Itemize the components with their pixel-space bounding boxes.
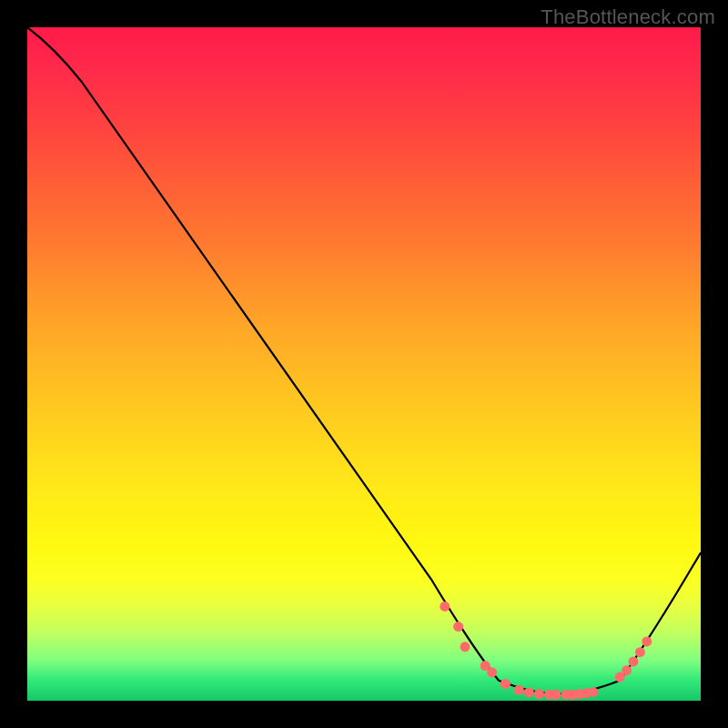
watermark-text: TheBottleneck.com — [541, 5, 715, 29]
chart-markers — [440, 602, 652, 700]
chart-marker — [551, 690, 561, 700]
chart-marker — [514, 685, 524, 695]
chart-marker — [524, 688, 534, 698]
chart-marker — [460, 642, 470, 652]
chart-marker — [534, 689, 544, 699]
chart-marker — [588, 687, 598, 697]
chart-svg — [27, 27, 701, 701]
chart-marker — [487, 667, 497, 677]
chart-marker — [453, 622, 463, 632]
chart-plot-area — [27, 27, 701, 701]
chart-marker — [440, 602, 450, 612]
chart-marker — [500, 679, 511, 689]
chart-marker — [622, 665, 632, 675]
chart-marker — [629, 657, 639, 667]
chart-marker — [635, 647, 645, 657]
chart-curve — [27, 27, 701, 694]
chart-marker — [642, 636, 652, 646]
